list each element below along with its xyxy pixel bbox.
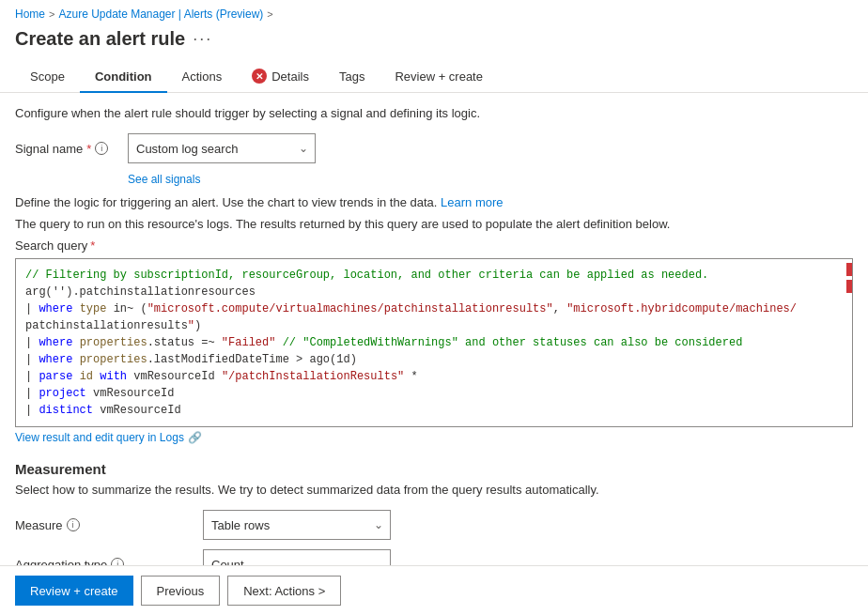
previous-button[interactable]: Previous: [141, 576, 221, 606]
measure-label-text: Measure: [15, 518, 63, 532]
query-scroll-bar: [846, 259, 852, 426]
signal-name-row: Signal name * i Custom log search: [15, 133, 853, 163]
signal-name-info-icon[interactable]: i: [95, 142, 108, 155]
breadcrumb-sep2: >: [267, 8, 272, 20]
tab-condition[interactable]: Condition: [80, 62, 167, 93]
tab-tags-label: Tags: [339, 69, 364, 84]
measure-label: Measure i: [15, 518, 203, 532]
signal-name-dropdown[interactable]: Custom log search: [128, 133, 316, 163]
tab-actions-label: Actions: [182, 69, 223, 84]
review-create-button[interactable]: Review + create: [15, 576, 133, 606]
tab-scope-label: Scope: [30, 69, 65, 84]
breadcrumb-home[interactable]: Home: [15, 8, 45, 21]
page-title-row: Create an alert rule ···: [0, 24, 868, 61]
tab-details[interactable]: ✕ Details: [237, 61, 324, 93]
tab-scope[interactable]: Scope: [15, 62, 80, 93]
query-line-2: arg('').patchinstallationresources: [25, 284, 837, 300]
signal-name-dropdown-wrapper: Custom log search: [128, 133, 316, 163]
search-query-label-text: Search query: [15, 238, 87, 253]
tab-review-create-label: Review + create: [395, 69, 483, 84]
required-star: *: [86, 142, 91, 156]
measure-info-icon[interactable]: i: [67, 518, 80, 531]
measurement-desc: Select how to summarize the results. We …: [15, 483, 853, 497]
red-indicator-2: [846, 280, 852, 293]
details-error-badge: ✕: [252, 69, 267, 84]
main-content: Configure when the alert rule should tri…: [0, 93, 868, 615]
query-desc: The query to run on this resource's logs…: [15, 217, 853, 231]
breadcrumb: Home > Azure Update Manager | Alerts (Pr…: [0, 0, 868, 24]
query-line-4: patchinstallationresults"): [25, 317, 837, 334]
breadcrumb-sep1: >: [49, 8, 54, 20]
tab-details-label: Details: [271, 69, 309, 84]
query-line-1: // Filtering by subscriptionId, resource…: [25, 267, 837, 284]
search-query-label: Search query *: [15, 238, 853, 253]
measurement-title: Measurement: [15, 461, 853, 477]
measure-dropdown[interactable]: Table rows: [203, 510, 391, 540]
view-result-link[interactable]: View result and edit query in Logs 🔗: [15, 431, 853, 444]
next-button[interactable]: Next: Actions >: [227, 576, 341, 606]
learn-more-link[interactable]: Learn more: [441, 195, 503, 209]
red-indicator-1: [846, 263, 852, 276]
search-query-required: *: [90, 238, 95, 253]
tab-condition-label: Condition: [95, 69, 152, 84]
see-all-signals-link[interactable]: See all signals: [128, 173, 853, 186]
tab-tags[interactable]: Tags: [324, 62, 380, 93]
query-line-3: | where type in~ ("microsoft.compute/vir…: [25, 300, 837, 317]
condition-desc: Configure when the alert rule should tri…: [15, 106, 853, 120]
measure-dropdown-wrapper: Table rows: [203, 510, 391, 540]
query-line-6: | where properties.lastModifiedDateTime …: [25, 351, 837, 368]
page-dots[interactable]: ···: [193, 29, 212, 49]
view-result-text: View result and edit query in Logs: [15, 431, 184, 444]
external-link-icon: 🔗: [188, 431, 202, 444]
page-title: Create an alert rule: [15, 28, 185, 50]
measure-row: Measure i Table rows: [15, 510, 853, 540]
logic-desc-text: Define the logic for triggering an alert…: [15, 195, 437, 209]
tabs-bar: Scope Condition Actions ✕ Details Tags R…: [0, 61, 868, 93]
query-box[interactable]: // Filtering by subscriptionId, resource…: [15, 258, 853, 427]
logic-desc: Define the logic for triggering an alert…: [15, 195, 853, 209]
breadcrumb-service[interactable]: Azure Update Manager | Alerts (Preview): [58, 8, 263, 21]
tab-review-create[interactable]: Review + create: [380, 62, 498, 93]
query-line-8: | project vmResourceId: [25, 385, 837, 402]
tab-actions[interactable]: Actions: [167, 62, 238, 93]
query-line-5: | where properties.status =~ "Failed" //…: [25, 334, 837, 351]
signal-name-label: Signal name * i: [15, 142, 128, 156]
bottom-bar: Review + create Previous Next: Actions >: [0, 565, 868, 615]
query-line-7: | parse id with vmResourceId "/patchInst…: [25, 368, 837, 385]
signal-name-text: Signal name: [15, 142, 83, 156]
query-line-9: | distinct vmResourceId: [25, 402, 837, 419]
